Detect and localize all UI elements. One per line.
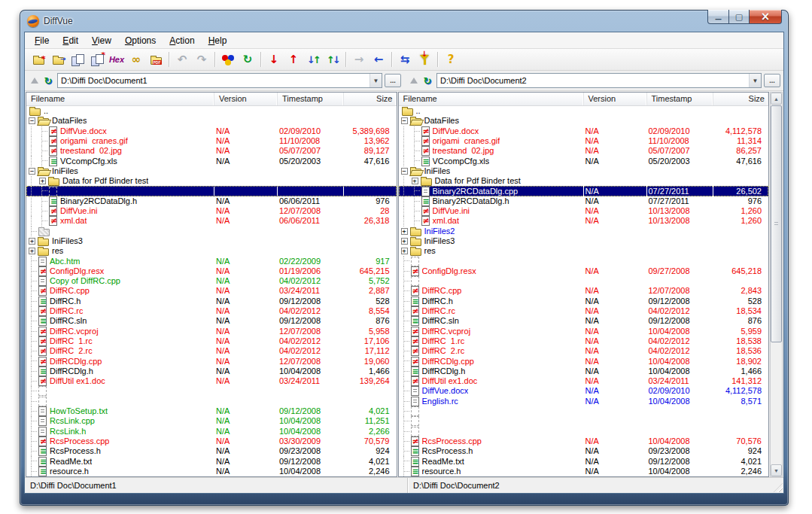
file-row[interactable]: +Data for Pdf Binder test [26, 176, 397, 186]
file-row[interactable]: VCcompCfg.xlsN/A05/20/200347,616 [26, 156, 397, 166]
title-bar[interactable]: DiffVue [20, 10, 789, 32]
expand-icon[interactable]: + [29, 248, 35, 254]
expand-icon[interactable]: + [29, 238, 35, 245]
collapse-icon[interactable]: − [29, 117, 35, 124]
file-row[interactable]: English.rcN/A10/04/20088,571 [399, 397, 769, 406]
file-row[interactable]: −IniFiles [399, 166, 769, 176]
file-row[interactable]: treestand 02.jpgN/A05/07/200789,127 [26, 146, 397, 156]
file-row[interactable] [26, 397, 397, 406]
file-row[interactable]: +IniFiles3 [26, 236, 397, 246]
copy-to-right-button[interactable]: → [350, 51, 368, 68]
column-header-size[interactable]: Size [713, 93, 769, 105]
file-row[interactable]: origami cranes.gifN/A11/10/200811,314 [399, 136, 769, 146]
file-row[interactable]: DiffRC.vcprojN/A10/04/20085,959 [399, 327, 769, 336]
open-right-folder-button[interactable]: → [49, 51, 67, 68]
file-row[interactable]: DiffRC.cppN/A12/07/20082,843 [399, 286, 769, 296]
file-row[interactable] [26, 227, 397, 236]
scroll-down-button[interactable]: ▼ [771, 464, 782, 476]
file-row[interactable]: resource.hN/A10/04/20082,246 [399, 467, 769, 476]
expand-icon[interactable]: + [401, 238, 408, 245]
file-row[interactable]: DiffRCDlg.cppN/A10/04/200818,902 [399, 356, 769, 366]
file-row[interactable]: DiffRC.vcprojN/A12/07/20085,958 [26, 327, 397, 336]
file-row[interactable]: DiffRC.slnN/A09/12/2008876 [399, 316, 769, 326]
expand-icon[interactable]: + [401, 248, 408, 254]
file-row[interactable]: DiffUtil ex1.docN/A03/24/2011139,264 [26, 376, 397, 386]
collapse-icon[interactable]: − [401, 168, 408, 175]
expand-icon[interactable]: + [39, 178, 46, 184]
link-files-button[interactable]: ∞ [127, 51, 145, 68]
left-up-directory-button[interactable] [28, 74, 41, 87]
file-row[interactable]: −IniFiles [26, 166, 397, 176]
file-row[interactable]: DiffUtil ex1.docN/A03/24/2011141,312 [399, 376, 769, 386]
hex-compare-button[interactable]: Hex [108, 51, 126, 68]
pdf-binder-button[interactable]: PDF [147, 51, 165, 68]
file-row[interactable]: DiffVue.iniN/A10/13/20081,260 [399, 206, 769, 216]
file-row[interactable]: +IniFiles2 [399, 227, 769, 236]
file-row[interactable] [399, 427, 769, 436]
file-row[interactable]: DiffRC.slnN/A09/12/2008876 [26, 316, 397, 326]
file-row[interactable]: DiffVue.iniN/A12/07/200828 [26, 206, 397, 216]
file-row[interactable]: DiffVue.docxN/A02/09/20104,112,578 [399, 126, 769, 136]
file-row[interactable]: DiffRCDlg.hN/A10/04/20081,466 [26, 366, 397, 376]
next-difference-button[interactable]: ↓ [265, 51, 283, 68]
menu-edit[interactable]: Edit [56, 33, 85, 48]
scroll-up-button[interactable]: ▲ [771, 93, 782, 105]
collapse-icon[interactable]: − [29, 168, 35, 175]
file-row[interactable] [399, 406, 769, 416]
file-row[interactable]: DiffRC.hN/A09/12/2008528 [399, 297, 769, 306]
file-row[interactable] [399, 276, 769, 286]
close-button[interactable] [750, 10, 782, 24]
file-row[interactable]: DiffRC 2.rcN/A04/02/201218,536 [399, 346, 769, 356]
file-row[interactable]: ReadMe.txtN/A09/12/20084,021 [26, 456, 397, 466]
right-browse-button[interactable]: ... [764, 74, 780, 87]
file-row[interactable]: +res [26, 246, 397, 256]
file-row[interactable]: +res [399, 246, 769, 256]
file-row[interactable]: DiffVue.docxN/A02/09/20105,389,698 [26, 126, 397, 136]
file-row[interactable]: Copy of DiffRC.cppN/A04/02/20125,752 [26, 276, 397, 286]
refresh-button[interactable]: ↻ [239, 51, 257, 68]
file-row[interactable]: −DataFiles [399, 116, 769, 126]
column-header-version[interactable]: Version [214, 93, 278, 105]
file-row[interactable]: Binary2RCDataDlg.hN/A06/06/2011976 [26, 196, 397, 206]
expand-icon[interactable]: + [412, 178, 418, 184]
column-header-timestamp[interactable]: Timestamp [647, 93, 713, 105]
file-row[interactable]: DiffRC.rcN/A04/02/201218,534 [399, 306, 769, 316]
compare-files-button[interactable] [68, 51, 87, 68]
previous-difference-button[interactable]: ↑ [284, 51, 303, 68]
left-path-combobox[interactable]: D:\Diffi Doc\Document1 ▼ [57, 73, 382, 88]
file-row[interactable]: +Data for Pdf Binder test [399, 176, 769, 186]
right-path-combobox[interactable]: D:\Diffi Doc\Document2 ▼ [436, 73, 762, 88]
right-refresh-button[interactable]: ↻ [421, 74, 434, 87]
file-row[interactable]: HowToSetup.txtN/A09/12/20084,021 [26, 406, 397, 416]
file-row[interactable]: RcsProcess.hN/A09/23/2008924 [399, 446, 769, 456]
file-row[interactable]: Binary2RCDataDlg.cppN/A07/27/201126,502 [399, 186, 769, 196]
menu-help[interactable]: Help [202, 33, 234, 48]
filter-button[interactable]: ↓ [415, 51, 433, 68]
file-row[interactable]: ConfigDlg.resxN/A09/27/2008645,218 [399, 266, 769, 276]
undo-button[interactable]: ↶ [173, 51, 191, 68]
file-row[interactable] [399, 416, 769, 426]
file-row[interactable]: DiffRCDlg.cppN/A12/07/200819,060 [26, 356, 397, 366]
copy-to-left-button[interactable]: ← [370, 51, 388, 68]
file-row[interactable]: VCcompCfg.xlsN/A05/20/200347,616 [399, 156, 769, 166]
previous-difference-pair-button[interactable]: ↑↓ [324, 51, 342, 68]
file-row[interactable]: −DataFiles [26, 116, 397, 126]
left-browse-button[interactable]: ... [385, 74, 401, 87]
file-row[interactable]: ConfigDlg.resxN/A01/19/2006645,215 [26, 266, 397, 276]
column-header-filename[interactable]: Filename [26, 93, 214, 105]
scrollbar-track[interactable] [771, 105, 782, 464]
menu-file[interactable]: File [28, 33, 56, 48]
column-header-filename[interactable]: Filename [399, 93, 584, 105]
column-header-timestamp[interactable]: Timestamp [278, 93, 344, 105]
right-up-directory-button[interactable] [407, 74, 421, 87]
file-row[interactable] [26, 186, 397, 196]
file-row[interactable]: .. [26, 106, 397, 116]
menu-view[interactable]: View [85, 33, 118, 48]
vertical-scrollbar[interactable]: ▲ ▼ [770, 92, 783, 477]
file-row[interactable]: DiffRC.hN/A09/12/2008528 [26, 297, 397, 306]
file-row[interactable]: treestand 02.jpgN/A05/07/200786,257 [399, 146, 769, 156]
file-row[interactable]: RcsProcess.cppN/A03/30/200970,579 [26, 436, 397, 446]
file-row[interactable]: ReadMe.txtN/A09/12/20084,021 [399, 456, 769, 466]
column-header-size[interactable]: Size [344, 93, 397, 105]
compare-files-special-button[interactable]: * [88, 51, 106, 68]
